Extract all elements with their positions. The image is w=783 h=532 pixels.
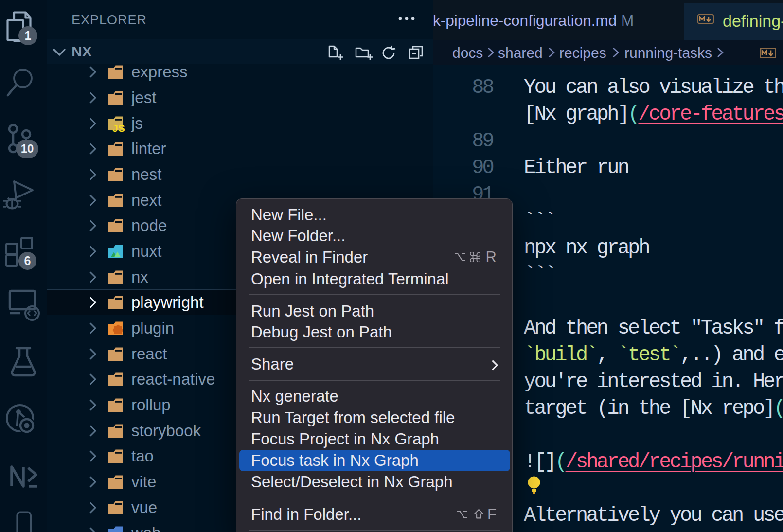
svg-text:JS: JS <box>112 123 125 134</box>
